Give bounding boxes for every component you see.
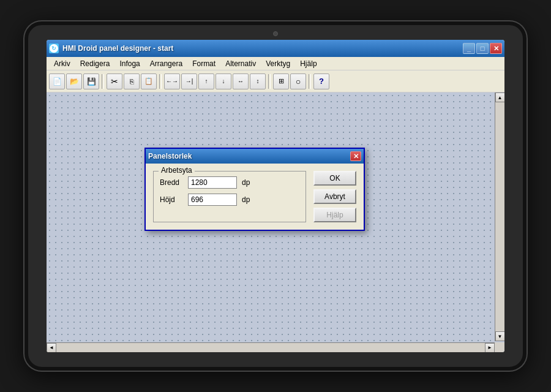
help-button[interactable]: Hjälp (313, 208, 356, 222)
höjd-field: Höjd dp (160, 194, 299, 206)
dialog-body: Arbetsyta Bredd dp Höjd d (146, 164, 364, 230)
höjd-input[interactable] (188, 194, 237, 206)
menu-format[interactable]: Format (187, 58, 220, 69)
scroll-bottom-track[interactable] (56, 343, 485, 352)
screen: ↻ HMI Droid panel designer - start _ □ ✕… (47, 40, 504, 352)
align-r-btn[interactable]: →| (181, 74, 197, 89)
ok-button[interactable]: OK (313, 171, 356, 186)
menu-hjälp[interactable]: Hjälp (295, 58, 321, 69)
grid-btn[interactable]: ⊞ (273, 74, 289, 89)
save-btn[interactable]: 💾 (83, 74, 99, 89)
resize-w-btn[interactable]: ↔ (233, 74, 249, 89)
window-title: HMI Droid panel designer - start (62, 44, 459, 53)
dialog-title-bar: Panelstorlek ✕ (146, 149, 364, 164)
align-b-btn[interactable]: ↓ (216, 74, 231, 89)
toolbar: 📄 📂 💾 ✂ ⎘ 📋 ←→ →| ↑ ↓ ↔ ↕ ⊞ ○ ? (47, 70, 504, 92)
group-legend: Arbetsyta (159, 166, 195, 175)
scroll-right-btn[interactable]: ► (485, 343, 495, 353)
separator-3 (268, 74, 271, 89)
menu-infoga[interactable]: Infoga (114, 58, 144, 69)
höjd-unit: dp (242, 195, 250, 204)
copy-btn[interactable]: ⎘ (124, 74, 140, 89)
menu-redigera[interactable]: Redigera (75, 58, 115, 69)
maximize-button[interactable]: □ (476, 43, 489, 54)
menu-bar: Arkiv Redigera Infoga Arrangera Format A… (47, 57, 504, 70)
camera (273, 31, 278, 36)
bredd-field: Bredd dp (160, 176, 299, 189)
dialog-title: Panelstorlek (148, 152, 347, 160)
separator-2 (159, 74, 162, 89)
main-window: ↻ HMI Droid panel designer - start _ □ ✕… (47, 40, 504, 352)
open-btn[interactable]: 📂 (66, 74, 82, 89)
tablet-frame: ↻ HMI Droid panel designer - start _ □ ✕… (24, 21, 527, 371)
menu-arkiv[interactable]: Arkiv (49, 58, 75, 69)
arbetsyta-group: Arbetsyta Bredd dp Höjd d (153, 171, 306, 222)
resize-h-btn[interactable]: ↕ (250, 74, 266, 89)
scrollbar-bottom[interactable]: ◄ ► (47, 342, 495, 352)
scroll-right-track[interactable] (495, 102, 504, 331)
separator-1 (102, 74, 104, 89)
scroll-up-btn[interactable]: ▲ (495, 92, 505, 102)
scroll-left-btn[interactable]: ◄ (47, 343, 56, 353)
scroll-down-btn[interactable]: ▼ (495, 331, 505, 341)
circle-btn[interactable]: ○ (290, 74, 306, 89)
close-button[interactable]: ✕ (490, 43, 502, 54)
höjd-label: Höjd (160, 195, 183, 204)
bredd-input[interactable] (188, 176, 237, 189)
dialog-close-button[interactable]: ✕ (350, 151, 361, 161)
align-h-btn[interactable]: ←→ (164, 74, 180, 89)
separator-4 (309, 74, 311, 89)
scrollbar-corner (495, 342, 504, 352)
bredd-label: Bredd (160, 178, 183, 187)
cancel-button[interactable]: Avbryt (313, 189, 356, 204)
new-btn[interactable]: 📄 (49, 74, 65, 89)
paste-btn[interactable]: 📋 (141, 74, 157, 89)
cut-btn[interactable]: ✂ (107, 74, 122, 89)
panelstorlek-dialog: Panelstorlek ✕ Arbetsyta Bredd dp (144, 148, 365, 231)
minimize-button[interactable]: _ (463, 43, 475, 54)
menu-alternativ[interactable]: Alternativ (220, 58, 261, 69)
scrollbar-right[interactable]: ▲ ▼ (495, 92, 504, 341)
title-bar: ↻ HMI Droid panel designer - start _ □ ✕ (47, 40, 504, 57)
dialog-buttons: OK Avbryt Hjälp (313, 171, 356, 222)
bredd-unit: dp (242, 178, 250, 187)
align-t-btn[interactable]: ↑ (198, 74, 214, 89)
menu-arrangera[interactable]: Arrangera (145, 58, 187, 69)
window-icon: ↻ (49, 43, 59, 53)
canvas-area[interactable]: ▲ ▼ ◄ ► Panelstorlek ✕ (47, 92, 504, 352)
menu-verktyg[interactable]: Verktyg (261, 58, 295, 69)
window-controls: _ □ ✕ (463, 43, 502, 54)
help-toolbar-btn[interactable]: ? (313, 74, 329, 89)
